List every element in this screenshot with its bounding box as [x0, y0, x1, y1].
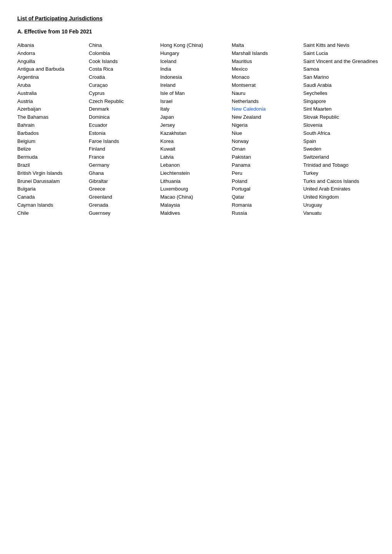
page-title: List of Participating Jurisdictions: [17, 15, 375, 22]
list-item: Ireland: [160, 81, 232, 90]
list-item: Germany: [89, 161, 160, 169]
list-item: India: [160, 65, 232, 73]
list-item: Kuwait: [160, 145, 232, 153]
list-item: Iceland: [160, 58, 232, 66]
list-item: Maldives: [160, 209, 232, 217]
list-item: Ecuador: [89, 121, 160, 129]
list-item: Saudi Arabia: [303, 81, 375, 90]
list-item: Austria: [17, 98, 89, 106]
list-item: United Kingdom: [303, 193, 375, 201]
list-item: Trinidad and Tobago: [303, 161, 375, 169]
list-item: Singapore: [303, 98, 375, 106]
list-item: France: [89, 153, 160, 161]
list-item: Oman: [232, 145, 303, 153]
list-item: Greece: [89, 185, 160, 193]
list-item: Bulgaria: [17, 185, 89, 193]
list-item: Argentina: [17, 73, 89, 81]
list-item: New Zealand: [232, 113, 303, 121]
list-item: Macao (China): [160, 193, 232, 201]
list-item: Samoa: [303, 65, 375, 73]
list-item: Czech Republic: [89, 98, 160, 106]
column-col3: Hong Kong (China)HungaryIcelandIndiaIndo…: [160, 41, 232, 217]
list-item: Qatar: [232, 193, 303, 201]
list-item: Belgium: [17, 138, 89, 146]
list-item: Andorra: [17, 50, 89, 58]
list-item: Korea: [160, 138, 232, 146]
list-item: Switzerland: [303, 153, 375, 161]
list-item: Cook Islands: [89, 58, 160, 66]
list-item: Antigua and Barbuda: [17, 65, 89, 73]
list-item: Sweden: [303, 145, 375, 153]
list-item: Romania: [232, 201, 303, 209]
list-item: Brunei Darussalam: [17, 177, 89, 186]
column-col1: AlbaniaAndorraAnguillaAntigua and Barbud…: [17, 41, 89, 217]
list-item: Netherlands: [232, 98, 303, 106]
list-item: British Virgin Islands: [17, 169, 89, 177]
list-item: Greenland: [89, 193, 160, 201]
list-item: Malaysia: [160, 201, 232, 209]
list-item: Aruba: [17, 81, 89, 90]
column-col4: MaltaMarshall IslandsMauritiusMexicoMona…: [232, 41, 303, 217]
list-item: Uruguay: [303, 201, 375, 209]
list-item[interactable]: New Caledonia: [232, 105, 303, 113]
list-item: Anguilla: [17, 58, 89, 66]
list-item: Norway: [232, 138, 303, 146]
column-col5: Saint Kitts and NevisSaint LuciaSaint Vi…: [303, 41, 375, 217]
list-item: Saint Vincent and the Grenadines: [303, 58, 375, 66]
list-item: Estonia: [89, 129, 160, 138]
list-item: Spain: [303, 138, 375, 146]
columns-container: AlbaniaAndorraAnguillaAntigua and Barbud…: [17, 41, 375, 217]
list-item: Albania: [17, 41, 89, 50]
list-item: Montserrat: [232, 81, 303, 90]
list-item: Slovak Republic: [303, 113, 375, 121]
list-item: Cyprus: [89, 90, 160, 98]
list-item: South Africa: [303, 129, 375, 138]
list-item: San Marino: [303, 73, 375, 81]
list-item: Latvia: [160, 153, 232, 161]
list-item: Gibraltar: [89, 177, 160, 186]
list-item: Marshall Islands: [232, 50, 303, 58]
list-item: Vanuatu: [303, 209, 375, 217]
list-item: Liechtenstein: [160, 169, 232, 177]
list-item: Nigeria: [232, 121, 303, 129]
list-item: Canada: [17, 193, 89, 201]
list-item: Peru: [232, 169, 303, 177]
list-item: China: [89, 41, 160, 50]
list-item: Cayman Islands: [17, 201, 89, 209]
list-item: Japan: [160, 113, 232, 121]
list-item: Finland: [89, 145, 160, 153]
list-item: Italy: [160, 105, 232, 113]
list-item: Kazakhstan: [160, 129, 232, 138]
list-item: Lithuania: [160, 177, 232, 186]
list-item: Malta: [232, 41, 303, 50]
list-item: Dominica: [89, 113, 160, 121]
list-item: Barbados: [17, 129, 89, 138]
list-item: Nauru: [232, 90, 303, 98]
list-item: Colombia: [89, 50, 160, 58]
list-item: Lebanon: [160, 161, 232, 169]
list-item: Monaco: [232, 73, 303, 81]
list-item: Turks and Caicos Islands: [303, 177, 375, 186]
list-item: Curaçao: [89, 81, 160, 90]
section-heading: A. Effective from 10 Feb 2021: [17, 28, 375, 35]
list-item: Croatia: [89, 73, 160, 81]
column-col2: ChinaColombiaCook IslandsCosta RicaCroat…: [89, 41, 160, 217]
list-item: Denmark: [89, 105, 160, 113]
list-item: Saint Kitts and Nevis: [303, 41, 375, 50]
list-item: Belize: [17, 145, 89, 153]
list-item: Azerbaijan: [17, 105, 89, 113]
list-item: Mauritius: [232, 58, 303, 66]
list-item: Jersey: [160, 121, 232, 129]
list-item: Faroe Islands: [89, 138, 160, 146]
list-item: Seychelles: [303, 90, 375, 98]
list-item: Mexico: [232, 65, 303, 73]
list-item: Chile: [17, 209, 89, 217]
list-item: Hong Kong (China): [160, 41, 232, 50]
list-item: The Bahamas: [17, 113, 89, 121]
list-item: Russia: [232, 209, 303, 217]
list-item: Costa Rica: [89, 65, 160, 73]
list-item: Bahrain: [17, 121, 89, 129]
list-item: Sint Maarten: [303, 105, 375, 113]
list-item: United Arab Emirates: [303, 185, 375, 193]
list-item: Saint Lucia: [303, 50, 375, 58]
